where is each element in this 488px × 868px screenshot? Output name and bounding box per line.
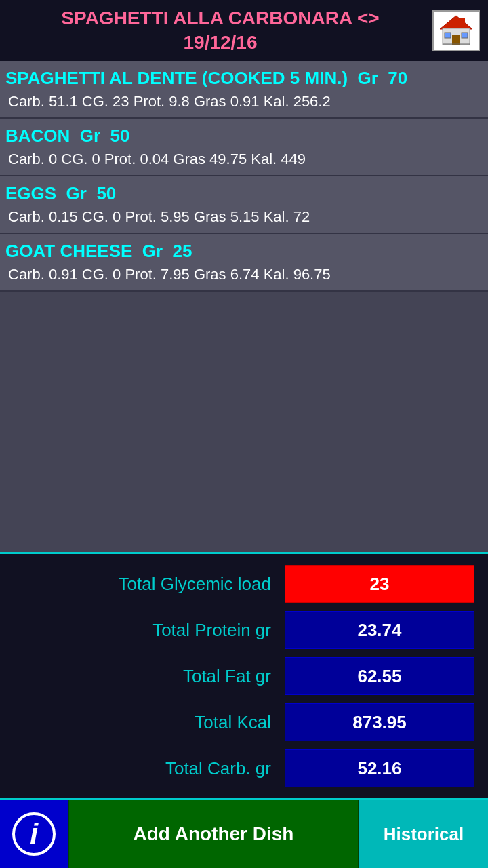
ingredient-name-0: SPAGHETTI AL DENTE (COOKED 5 MIN.) Gr 70 [5,68,483,89]
ingredient-nutrition-2: Carb. 0.15 CG. 0 Prot. 5.95 Gras 5.15 Ka… [5,208,483,226]
historical-button[interactable]: Historical [359,800,488,868]
total-protein-value: 23.74 [285,611,474,649]
svg-rect-3 [452,35,460,45]
page-title: SPAGHETTI ALLA CARBONARA <> 19/12/16 [8,6,432,56]
add-another-dish-button[interactable]: Add Another Dish [68,800,359,868]
total-glycemic-value: 23 [285,565,474,603]
ingredients-list: SPAGHETTI AL DENTE (COOKED 5 MIN.) Gr 70… [0,61,488,292]
ingredient-item-2: EGGS Gr 50 Carb. 0.15 CG. 0 Prot. 5.95 G… [0,176,488,234]
total-carb-value: 52.16 [285,749,474,787]
ingredient-item-3: GOAT CHEESE Gr 25 Carb. 0.91 CG. 0 Prot.… [0,234,488,292]
ingredient-item-1: BACON Gr 50 Carb. 0 CG. 0 Prot. 0.04 Gra… [0,119,488,176]
total-row-protein: Total Protein gr 23.74 [14,611,474,649]
ingredient-name-2: EGGS Gr 50 [5,183,483,204]
ingredient-nutrition-1: Carb. 0 CG. 0 Prot. 0.04 Gras 49.75 Kal.… [5,151,483,168]
total-glycemic-label: Total Glycemic load [14,574,285,595]
info-icon: i [12,812,56,856]
total-row-kcal: Total Kcal 873.95 [14,703,474,741]
home-button[interactable] [432,10,480,51]
info-button[interactable]: i [0,800,68,868]
svg-marker-0 [440,16,472,29]
svg-rect-4 [445,33,451,38]
total-row-glycemic: Total Glycemic load 23 [14,565,474,603]
total-kcal-value: 873.95 [285,703,474,741]
total-row-carb: Total Carb. gr 52.16 [14,749,474,787]
total-fat-label: Total Fat gr [14,666,285,687]
total-kcal-label: Total Kcal [14,712,285,733]
bottom-bar: i Add Another Dish Historical [0,800,488,868]
ingredient-nutrition-3: Carb. 0.91 CG. 0 Prot. 7.95 Gras 6.74 Ka… [5,266,483,283]
ingredient-name-1: BACON Gr 50 [5,125,483,146]
totals-section: Total Glycemic load 23 Total Protein gr … [0,554,488,798]
total-protein-label: Total Protein gr [14,620,285,641]
total-fat-value: 62.55 [285,657,474,695]
ingredient-item-0: SPAGHETTI AL DENTE (COOKED 5 MIN.) Gr 70… [0,61,488,119]
svg-rect-5 [462,33,468,38]
empty-space [0,292,488,552]
total-carb-label: Total Carb. gr [14,758,285,779]
total-row-fat: Total Fat gr 62.55 [14,657,474,695]
svg-rect-1 [460,18,465,25]
ingredient-name-3: GOAT CHEESE Gr 25 [5,241,483,262]
ingredient-nutrition-0: Carb. 51.1 CG. 23 Prot. 9.8 Gras 0.91 Ka… [5,93,483,111]
header: SPAGHETTI ALLA CARBONARA <> 19/12/16 [0,0,488,61]
